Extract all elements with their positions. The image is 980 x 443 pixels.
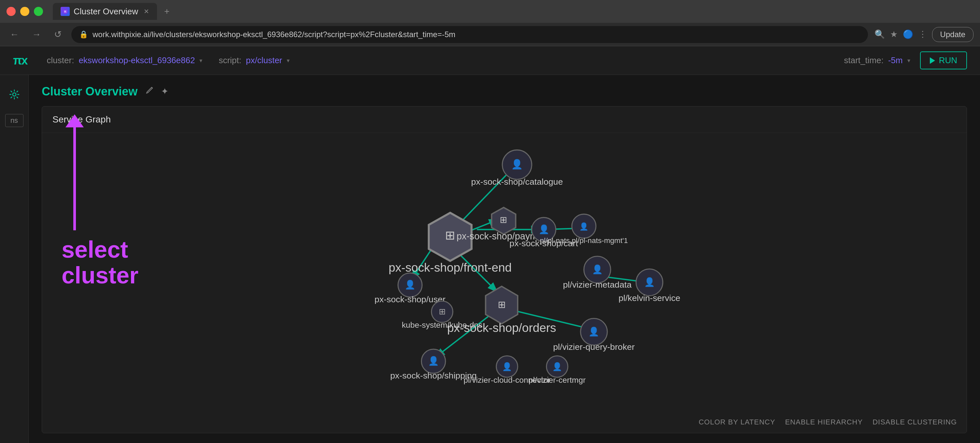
tab-favicon: π bbox=[60, 7, 70, 16]
sidebar-settings-icon[interactable] bbox=[5, 85, 24, 104]
run-triangle-icon bbox=[930, 57, 935, 64]
app-header: πx cluster: eksworkshop-eksctl_6936e862 … bbox=[0, 46, 980, 75]
cluster-dropdown-icon[interactable]: ▾ bbox=[199, 57, 202, 64]
minimize-button[interactable] bbox=[20, 7, 29, 16]
app-body: ns Cluster Overview ✦ Serv bbox=[0, 75, 980, 443]
svg-text:👤: 👤 bbox=[511, 159, 523, 170]
page-header-actions: ✦ bbox=[145, 86, 169, 97]
script-param: script: px/cluster ▾ bbox=[219, 56, 290, 65]
start-time-dropdown-icon[interactable]: ▾ bbox=[907, 57, 910, 64]
svg-text:👤: 👤 bbox=[644, 277, 655, 287]
address-bar-row: ← → ↺ 🔒 work.withpixie.ai/live/clusters/… bbox=[0, 23, 980, 46]
cluster-param: cluster: eksworkshop-eksctl_6936e862 ▾ bbox=[47, 56, 203, 65]
page-header: Cluster Overview ✦ bbox=[42, 85, 967, 98]
browser-actions: 🔍 ★ 🔵 ⋮ Update bbox=[875, 27, 974, 42]
browser-chrome: π Cluster Overview ✕ + ← → ↺ 🔒 work.with… bbox=[0, 0, 980, 46]
extension-icon[interactable]: 🔵 bbox=[903, 29, 913, 40]
svg-text:👤: 👤 bbox=[428, 356, 439, 366]
svg-text:👤: 👤 bbox=[592, 264, 603, 275]
refresh-button[interactable]: ↺ bbox=[51, 27, 65, 42]
ns-label: ns bbox=[6, 114, 23, 127]
start-time-param: start_time: -5m ▾ bbox=[844, 56, 910, 65]
update-button[interactable]: Update bbox=[932, 27, 974, 42]
cluster-value[interactable]: eksworkshop-eksctl_6936e862 bbox=[78, 56, 195, 65]
search-icon[interactable]: 🔍 bbox=[875, 29, 885, 40]
svg-text:π: π bbox=[64, 10, 67, 13]
enable-hierarchy-button[interactable]: ENABLE HIERARCHY bbox=[785, 418, 863, 426]
edit-icon[interactable] bbox=[145, 86, 154, 97]
traffic-lights bbox=[6, 7, 43, 16]
label-kube-dns: kube-system/kube-dns bbox=[402, 321, 482, 329]
color-by-latency-button[interactable]: COLOR BY LATENCY bbox=[698, 418, 775, 426]
svg-text:👤: 👤 bbox=[405, 279, 416, 290]
label-user: px-sock-shop/user bbox=[375, 294, 446, 304]
script-dropdown-icon[interactable]: ▾ bbox=[287, 57, 290, 64]
tab-bar: π Cluster Overview ✕ + bbox=[0, 0, 980, 23]
maximize-button[interactable] bbox=[34, 7, 43, 16]
page-title: Cluster Overview bbox=[42, 85, 137, 98]
back-button[interactable]: ← bbox=[6, 27, 22, 42]
label-kelvin: pl/kelvin-service bbox=[618, 293, 680, 303]
address-bar[interactable]: 🔒 work.withpixie.ai/live/clusters/ekswor… bbox=[72, 26, 868, 43]
label-catalogue: px-sock-shop/catalogue bbox=[471, 177, 563, 187]
close-button[interactable] bbox=[6, 7, 16, 16]
menu-icon[interactable]: ⋮ bbox=[918, 29, 927, 40]
svg-text:⊞: ⊞ bbox=[498, 299, 506, 310]
label-query-broker: pl/vizier-query-broker bbox=[553, 342, 635, 352]
run-button[interactable]: RUN bbox=[920, 51, 967, 69]
cluster-label: cluster: bbox=[47, 56, 74, 65]
sidebar: ns bbox=[0, 75, 29, 443]
script-value[interactable]: px/cluster bbox=[246, 56, 282, 65]
label-nats-mgmt: pl/pl-nats,pl/pl-nats-mgmt'1 bbox=[540, 237, 628, 245]
graph-controls: COLOR BY LATENCY ENABLE HIERARCHY DISABL… bbox=[698, 418, 957, 426]
new-tab-button[interactable]: + bbox=[160, 4, 173, 19]
svg-text:👤: 👤 bbox=[502, 362, 512, 372]
url-display: work.withpixie.ai/live/clusters/eksworks… bbox=[92, 30, 860, 39]
service-graph-svg: ⊞ px-sock-shop/front-end ⊞ px-sock-shop/… bbox=[107, 133, 954, 413]
label-metadata: pl/vizier-metadata bbox=[563, 280, 632, 290]
start-time-label: start_time: bbox=[844, 56, 884, 65]
svg-text:⊞: ⊞ bbox=[439, 307, 446, 316]
service-graph-panel: Service Graph select cluster bbox=[42, 106, 967, 433]
bookmark-icon[interactable]: ★ bbox=[890, 29, 897, 40]
tab-title: Cluster Overview bbox=[74, 6, 138, 17]
start-time-value[interactable]: -5m bbox=[888, 56, 903, 65]
disable-clustering-button[interactable]: DISABLE CLUSTERING bbox=[872, 418, 957, 426]
share-icon[interactable]: ✦ bbox=[161, 86, 169, 97]
svg-point-2 bbox=[13, 93, 16, 96]
svg-text:⊞: ⊞ bbox=[445, 229, 455, 242]
sidebar-ns-icon[interactable]: ns bbox=[5, 114, 24, 127]
run-label: RUN bbox=[939, 56, 957, 65]
label-frontend: px-sock-shop/front-end bbox=[389, 261, 512, 274]
script-label: script: bbox=[219, 56, 241, 65]
svg-text:👤: 👤 bbox=[539, 224, 550, 235]
svg-text:👤: 👤 bbox=[589, 326, 600, 337]
svg-text:👤: 👤 bbox=[579, 222, 589, 231]
svg-text:👤: 👤 bbox=[552, 362, 562, 372]
tab-close-button[interactable]: ✕ bbox=[144, 8, 149, 15]
graph-area[interactable]: ⊞ px-sock-shop/front-end ⊞ px-sock-shop/… bbox=[107, 133, 954, 413]
app-logo: πx bbox=[13, 54, 27, 67]
logo-mark: πx bbox=[13, 54, 27, 67]
forward-button[interactable]: → bbox=[29, 27, 44, 42]
main-content: Cluster Overview ✦ Service Graph bbox=[29, 75, 980, 443]
lock-icon: 🔒 bbox=[79, 30, 88, 39]
app: πx cluster: eksworkshop-eksctl_6936e862 … bbox=[0, 46, 980, 443]
label-certmgr: pl/vizier-certmgr bbox=[529, 376, 586, 384]
active-tab[interactable]: π Cluster Overview ✕ bbox=[53, 3, 157, 20]
panel-title: Service Graph bbox=[42, 106, 967, 133]
svg-text:⊞: ⊞ bbox=[500, 215, 507, 225]
